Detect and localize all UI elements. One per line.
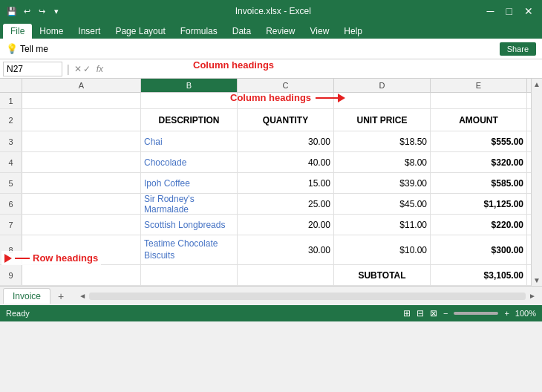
vertical-scrollbar[interactable]: ▲ ▼ — [531, 79, 542, 286]
table-row: 4 Chocolade 40.00 $8.00 $320.00 — [0, 152, 531, 173]
row-number: 2 — [0, 109, 22, 131]
scroll-down-button[interactable]: ▼ — [533, 276, 541, 284]
cell-f6[interactable]: $1,125.00 — [431, 194, 527, 214]
confirm-formula-icon[interactable]: ✓ — [83, 64, 91, 74]
cell-e8[interactable]: $10.00 — [334, 235, 431, 264]
cell-c5[interactable]: Ipoh Coffee — [141, 173, 238, 193]
cell-d2[interactable]: QUANTITY — [238, 109, 334, 131]
cell-f2[interactable]: AMOUNT — [431, 109, 527, 131]
corner-cell — [0, 79, 22, 92]
tab-formulas[interactable]: Formulas — [173, 24, 225, 39]
column-headings-annotation: Column headings — [193, 59, 277, 71]
cell-e1[interactable] — [334, 93, 431, 108]
cell-e4[interactable]: $8.00 — [334, 152, 431, 172]
cell-c3[interactable]: Chai — [141, 131, 238, 151]
qa-dropdown-icon[interactable]: ▾ — [50, 5, 62, 17]
cell-e6[interactable]: $45.00 — [334, 194, 431, 214]
save-icon[interactable]: 💾 — [6, 5, 18, 17]
cell-f9[interactable]: $3,105.00 — [431, 265, 527, 285]
cell-c7[interactable]: Scottish Longbreads — [141, 215, 238, 235]
undo-icon[interactable]: ↩ — [21, 5, 33, 17]
table-row: 3 Chai 30.00 $18.50 $555.00 — [0, 131, 531, 152]
view-page-break-icon[interactable]: ⊠ — [430, 308, 437, 318]
cell-d8[interactable]: 30.00 — [238, 235, 334, 264]
tab-page-layout[interactable]: Page Layout — [108, 24, 172, 39]
cell-b4[interactable] — [22, 152, 141, 172]
h-scroll-left[interactable]: ◄ — [79, 292, 86, 300]
cell-f7[interactable]: $220.00 — [431, 215, 527, 235]
view-layout-icon[interactable]: ⊟ — [417, 308, 424, 318]
minimize-button[interactable]: ─ — [484, 5, 497, 17]
cell-c6[interactable]: Sir Rodney's Marmalade — [141, 194, 238, 214]
row-arrow-line — [15, 258, 30, 259]
cell-c8[interactable]: Teatime Chocolate Biscuits — [141, 235, 238, 264]
cell-d3[interactable]: 30.00 — [238, 131, 334, 151]
tab-file[interactable]: File — [3, 24, 32, 39]
row-number: 7 — [0, 215, 22, 235]
tell-me-label[interactable]: Tell me — [20, 44, 48, 54]
cell-e7[interactable]: $11.00 — [334, 215, 431, 235]
share-button[interactable]: Share — [500, 42, 536, 56]
col-header-e[interactable]: E — [431, 79, 527, 92]
cell-c4[interactable]: Chocolade — [141, 152, 238, 172]
cell-c1[interactable] — [141, 93, 238, 108]
col-header-a[interactable]: A — [22, 79, 141, 92]
row-number: 6 — [0, 194, 22, 214]
tab-home[interactable]: Home — [32, 24, 71, 39]
cell-e3[interactable]: $18.50 — [334, 131, 431, 151]
cell-d4[interactable]: 40.00 — [238, 152, 334, 172]
cell-c9[interactable] — [141, 265, 238, 285]
col-header-b[interactable]: B — [141, 79, 238, 92]
close-button[interactable]: ✕ — [521, 5, 536, 17]
row-number: 1 — [0, 93, 22, 108]
col-header-d[interactable]: D — [334, 79, 431, 92]
view-normal-icon[interactable]: ⊞ — [403, 308, 411, 318]
cell-f1[interactable] — [431, 93, 527, 108]
col-header-c[interactable]: C — [238, 79, 334, 92]
tab-data[interactable]: Data — [225, 24, 258, 39]
tab-insert[interactable]: Insert — [71, 24, 108, 39]
h-scroll-right[interactable]: ► — [529, 292, 536, 300]
cancel-formula-icon[interactable]: ✕ — [74, 64, 82, 74]
bottom-bar: Invoice + ◄ ► — [0, 286, 542, 305]
table-row: 9 SUBTOTAL $3,105.00 — [0, 265, 531, 286]
formula-input[interactable] — [109, 64, 539, 74]
name-box[interactable] — [3, 62, 62, 76]
cell-c2[interactable]: DESCRIPTION — [141, 109, 238, 131]
cell-b9[interactable] — [22, 265, 141, 285]
add-sheet-button[interactable]: + — [52, 288, 70, 304]
zoom-out-icon[interactable]: − — [443, 309, 448, 318]
cell-b1[interactable] — [22, 93, 141, 108]
cell-f8[interactable]: $300.00 — [431, 235, 527, 264]
cell-d5[interactable]: 15.00 — [238, 173, 334, 193]
zoom-slider[interactable] — [454, 312, 498, 315]
cell-b3[interactable] — [22, 131, 141, 151]
horizontal-scroll[interactable]: ◄ ► — [73, 292, 542, 300]
spreadsheet-container: A B C D E Column headings — [0, 79, 531, 286]
cell-e2[interactable]: UNIT PRICE — [334, 109, 431, 131]
cell-e5[interactable]: $39.00 — [334, 173, 431, 193]
cell-b5[interactable] — [22, 173, 141, 193]
zoom-in-icon[interactable]: + — [504, 309, 509, 318]
cell-f5[interactable]: $585.00 — [431, 173, 527, 193]
sheet-tab-invoice[interactable]: Invoice — [3, 288, 50, 304]
cell-b2[interactable] — [22, 109, 141, 131]
cell-d6[interactable]: 25.00 — [238, 194, 334, 214]
cell-d1[interactable] — [238, 93, 334, 108]
cell-d9[interactable] — [238, 265, 334, 285]
row-number: 4 — [0, 152, 22, 172]
tab-view[interactable]: View — [303, 24, 337, 39]
cell-b6[interactable] — [22, 194, 141, 214]
tab-review[interactable]: Review — [258, 24, 302, 39]
cell-e9[interactable]: SUBTOTAL — [334, 265, 431, 285]
maximize-button[interactable]: □ — [503, 5, 515, 17]
sheet-tabs: Invoice + — [0, 288, 73, 304]
scroll-up-button[interactable]: ▲ — [533, 80, 541, 88]
cell-f4[interactable]: $320.00 — [431, 152, 527, 172]
tab-help[interactable]: Help — [336, 24, 370, 39]
cell-b7[interactable] — [22, 215, 141, 235]
h-scroll-track[interactable] — [89, 293, 526, 300]
cell-d7[interactable]: 20.00 — [238, 215, 334, 235]
cell-f3[interactable]: $555.00 — [431, 131, 527, 151]
redo-icon[interactable]: ↪ — [36, 5, 48, 17]
